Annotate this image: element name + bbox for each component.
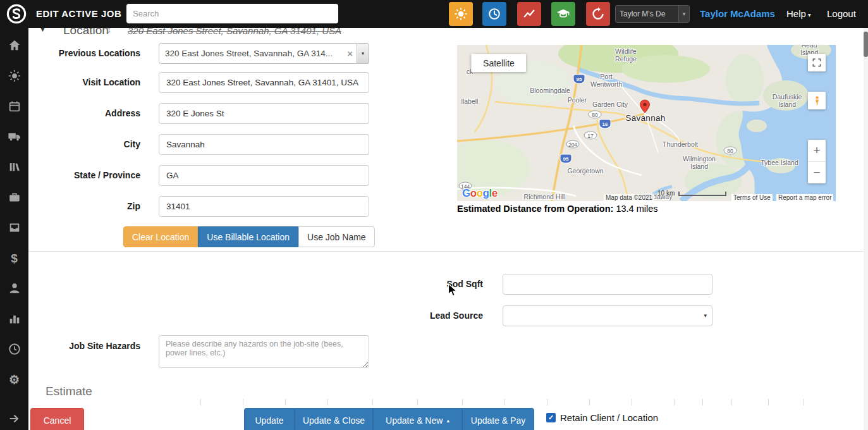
vertical-scrollbar-track[interactable] <box>864 28 868 430</box>
google-logo[interactable]: Google <box>462 187 498 200</box>
user-context-select[interactable]: Taylor M's De ▾ <box>615 5 690 23</box>
zoom-in-button[interactable]: + <box>808 140 826 162</box>
update-and-pay-button[interactable]: Update & Pay <box>462 408 534 430</box>
jobs-briefcase-icon[interactable] <box>8 190 21 204</box>
visit-location-label: Visit Location <box>38 77 140 87</box>
dialog-footer: Cancel Update Update & Close Update & Ne… <box>28 405 868 430</box>
clock-icon <box>487 7 501 21</box>
dollar-icon[interactable]: $ <box>8 251 21 265</box>
estimated-distance-value: 13.4 miles <box>616 204 657 214</box>
left-nav-sidebar: $ ⚙ <box>0 28 28 430</box>
top-bar: EDIT ACTIVE JOB Taylor M's De ▾ Taylor M… <box>0 0 868 28</box>
map-attribution: Map data ©2021 <box>604 194 654 201</box>
gear-icon[interactable]: ⚙ <box>8 372 21 386</box>
report-map-error-link[interactable]: Report a map error <box>776 194 833 201</box>
estimated-distance-label: Estimated Distance from Operation: <box>457 204 613 214</box>
retain-client-location-checkbox[interactable]: ✓ <box>546 413 556 422</box>
pegman-icon <box>812 95 822 106</box>
lead-source-label: Lead Source <box>345 310 483 321</box>
chevron-down-icon: ▾ <box>808 11 811 18</box>
cancel-button[interactable]: Cancel <box>30 408 84 430</box>
bar-chart-icon[interactable] <box>8 312 21 326</box>
use-billable-location-button[interactable]: Use Billable Location <box>198 226 298 247</box>
history-button[interactable] <box>586 2 610 26</box>
home-icon[interactable] <box>8 39 21 52</box>
user-context-value: Taylor M's De <box>616 9 678 18</box>
vertical-scrollbar-thumb[interactable] <box>864 32 868 57</box>
help-menu[interactable]: Help▾ <box>786 8 811 19</box>
location-actions-group: Clear Location Use Billable Location Use… <box>123 226 375 247</box>
clock-icon[interactable] <box>8 342 21 356</box>
visit-location-input[interactable] <box>159 72 369 93</box>
use-job-name-button[interactable]: Use Job Name <box>298 226 375 247</box>
previous-locations-value: 320 East Jones Street, Savannah, GA 314.… <box>165 49 343 58</box>
address-label: Address <box>38 108 140 118</box>
person-icon[interactable] <box>8 281 21 295</box>
lead-source-select[interactable] <box>503 305 712 326</box>
brightness-icon[interactable] <box>8 69 21 83</box>
timer-button[interactable] <box>482 2 506 26</box>
satellite-view-button[interactable]: Satellite <box>471 54 526 72</box>
section-divider <box>28 251 868 252</box>
history-icon <box>591 7 605 21</box>
reports-button[interactable] <box>517 2 541 26</box>
update-and-new-button[interactable]: Update & New▴ <box>373 408 462 430</box>
estimated-distance: Estimated Distance from Operation: 13.4 … <box>457 204 657 214</box>
city-label: City <box>38 139 140 149</box>
terms-of-use-link[interactable]: Terms of Use <box>731 194 773 201</box>
combobox-dropdown-button[interactable]: ▾ <box>357 43 369 64</box>
clear-location-button[interactable]: Clear Location <box>123 226 198 247</box>
scale-bar <box>678 192 726 196</box>
job-site-hazards-textarea[interactable] <box>159 335 369 368</box>
fullscreen-icon <box>812 58 822 68</box>
update-and-close-button[interactable]: Update & Close <box>295 408 373 430</box>
section-title-estimate: Estimate <box>46 384 92 398</box>
app-logo-icon[interactable] <box>6 4 27 24</box>
zoom-control: + − <box>808 140 826 183</box>
training-button[interactable] <box>551 2 575 26</box>
expand-sidebar-arrow-icon[interactable] <box>8 412 21 426</box>
zip-label: Zip <box>38 201 140 211</box>
chevron-up-icon: ▴ <box>446 417 449 424</box>
truck-icon[interactable] <box>8 130 21 144</box>
map-marker-pin <box>638 98 652 115</box>
zoom-out-button[interactable]: − <box>808 162 826 183</box>
google-map[interactable]: Wildlife Refuge Head Island Port Wentwor… <box>457 45 836 201</box>
previous-locations-combobox[interactable]: 320 East Jones Street, Savannah, GA 314.… <box>159 43 369 64</box>
city-input[interactable] <box>159 134 369 155</box>
street-view-pegman[interactable] <box>808 92 826 109</box>
graduation-cap-icon <box>556 7 570 21</box>
retain-client-location-label: Retain Client / Location <box>560 412 658 423</box>
previous-locations-label: Previous Locations <box>38 48 140 58</box>
window-title: EDIT ACTIVE JOB <box>36 8 121 19</box>
map-type-toggle: Map Satellite <box>471 54 526 72</box>
sun-icon <box>454 7 468 21</box>
library-icon[interactable] <box>8 160 21 174</box>
sod-sqft-label: Sod Sqft <box>345 279 483 289</box>
logout-button[interactable]: Logout <box>827 8 856 19</box>
inbox-icon[interactable] <box>8 221 21 235</box>
address-input[interactable] <box>159 103 369 124</box>
job-site-hazards-label: Job Site Hazards <box>38 341 140 351</box>
fullscreen-button[interactable] <box>808 54 826 71</box>
sod-sqft-input[interactable] <box>503 274 712 295</box>
line-chart-icon <box>522 7 536 21</box>
lead-source-select-wrap: ▾ <box>503 305 712 326</box>
search-input[interactable] <box>126 4 338 23</box>
edit-active-job-window: EDIT ACTIVE JOB Taylor M's De ▾ Taylor M… <box>0 0 868 430</box>
brightness-button[interactable] <box>449 2 473 26</box>
chevron-down-icon: ▾ <box>678 6 689 22</box>
chevron-down-icon: ▾ <box>362 51 364 56</box>
zip-input[interactable] <box>159 196 369 217</box>
update-button[interactable]: Update <box>244 408 295 430</box>
state-input[interactable] <box>159 165 369 186</box>
clear-selection-icon[interactable]: × <box>343 48 353 59</box>
current-user-link[interactable]: Taylor McAdams <box>700 8 775 19</box>
calendar-icon[interactable] <box>8 99 21 113</box>
state-label: State / Province <box>38 170 140 180</box>
map-scale: 10 km <box>657 190 726 197</box>
